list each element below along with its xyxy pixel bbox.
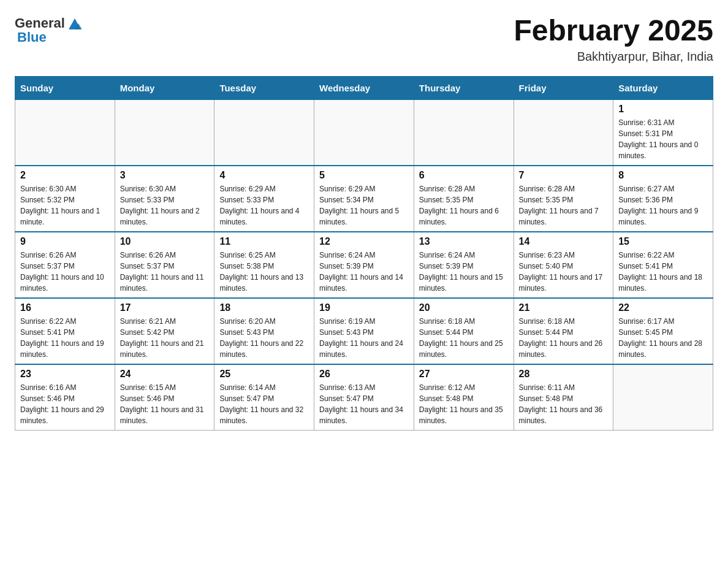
calendar-week-row: 2Sunrise: 6:30 AMSunset: 5:32 PMDaylight… — [15, 166, 713, 232]
day-info: Sunrise: 6:17 AMSunset: 5:45 PMDaylight:… — [618, 316, 708, 360]
day-number: 11 — [219, 236, 309, 247]
day-info: Sunrise: 6:22 AMSunset: 5:41 PMDaylight:… — [618, 250, 708, 294]
calendar-cell: 13Sunrise: 6:24 AMSunset: 5:39 PMDayligh… — [414, 232, 514, 298]
logo-icon — [66, 15, 83, 32]
day-info: Sunrise: 6:28 AMSunset: 5:35 PMDaylight:… — [519, 183, 609, 228]
day-info: Sunrise: 6:31 AMSunset: 5:31 PMDaylight:… — [618, 117, 708, 161]
calendar-cell — [214, 99, 314, 166]
day-info: Sunrise: 6:30 AMSunset: 5:33 PMDaylight:… — [120, 183, 210, 228]
header-friday: Friday — [514, 76, 613, 99]
calendar-week-row: 1Sunrise: 6:31 AMSunset: 5:31 PMDaylight… — [15, 99, 713, 166]
calendar-cell: 16Sunrise: 6:22 AMSunset: 5:41 PMDayligh… — [15, 298, 115, 364]
day-info: Sunrise: 6:16 AMSunset: 5:46 PMDaylight:… — [20, 382, 110, 426]
month-title: February 2025 — [514, 15, 713, 47]
day-info: Sunrise: 6:22 AMSunset: 5:41 PMDaylight:… — [20, 316, 110, 360]
calendar-cell: 19Sunrise: 6:19 AMSunset: 5:43 PMDayligh… — [314, 298, 414, 364]
calendar-cell: 21Sunrise: 6:18 AMSunset: 5:44 PMDayligh… — [514, 298, 613, 364]
calendar-cell: 7Sunrise: 6:28 AMSunset: 5:35 PMDaylight… — [514, 166, 613, 232]
calendar-cell: 3Sunrise: 6:30 AMSunset: 5:33 PMDaylight… — [115, 166, 214, 232]
logo: General Blue — [15, 15, 83, 45]
calendar-cell: 8Sunrise: 6:27 AMSunset: 5:36 PMDaylight… — [613, 166, 713, 232]
day-info: Sunrise: 6:18 AMSunset: 5:44 PMDaylight:… — [519, 316, 609, 360]
calendar-cell: 2Sunrise: 6:30 AMSunset: 5:32 PMDaylight… — [15, 166, 115, 232]
day-number: 14 — [519, 236, 609, 247]
calendar-cell — [15, 99, 115, 166]
day-number: 16 — [20, 302, 110, 313]
day-number: 15 — [618, 236, 708, 247]
day-info: Sunrise: 6:25 AMSunset: 5:38 PMDaylight:… — [219, 250, 309, 294]
calendar-cell: 1Sunrise: 6:31 AMSunset: 5:31 PMDaylight… — [613, 99, 713, 166]
calendar-cell: 22Sunrise: 6:17 AMSunset: 5:45 PMDayligh… — [613, 298, 713, 364]
day-number: 21 — [519, 302, 609, 313]
calendar-week-row: 9Sunrise: 6:26 AMSunset: 5:37 PMDaylight… — [15, 232, 713, 298]
day-number: 18 — [219, 302, 309, 313]
day-info: Sunrise: 6:15 AMSunset: 5:46 PMDaylight:… — [120, 382, 210, 426]
weekday-header-row: Sunday Monday Tuesday Wednesday Thursday… — [15, 76, 713, 99]
calendar-cell: 23Sunrise: 6:16 AMSunset: 5:46 PMDayligh… — [15, 364, 115, 431]
calendar-week-row: 16Sunrise: 6:22 AMSunset: 5:41 PMDayligh… — [15, 298, 713, 364]
day-number: 6 — [419, 170, 509, 181]
location: Bakhtiyarpur, Bihar, India — [514, 50, 713, 64]
day-number: 13 — [419, 236, 509, 247]
day-number: 5 — [319, 170, 409, 181]
calendar-cell — [613, 364, 713, 431]
calendar-cell: 20Sunrise: 6:18 AMSunset: 5:44 PMDayligh… — [414, 298, 514, 364]
day-number: 12 — [319, 236, 409, 247]
calendar-cell: 10Sunrise: 6:26 AMSunset: 5:37 PMDayligh… — [115, 232, 214, 298]
calendar-cell: 9Sunrise: 6:26 AMSunset: 5:37 PMDaylight… — [15, 232, 115, 298]
day-number: 27 — [419, 369, 509, 380]
calendar-cell — [414, 99, 514, 166]
header-tuesday: Tuesday — [214, 76, 314, 99]
calendar-cell: 18Sunrise: 6:20 AMSunset: 5:43 PMDayligh… — [214, 298, 314, 364]
day-info: Sunrise: 6:23 AMSunset: 5:40 PMDaylight:… — [519, 250, 609, 294]
day-info: Sunrise: 6:11 AMSunset: 5:48 PMDaylight:… — [519, 382, 609, 426]
page-header: General Blue February 2025 Bakhtiyarpur,… — [15, 15, 713, 64]
day-info: Sunrise: 6:29 AMSunset: 5:34 PMDaylight:… — [319, 183, 409, 228]
day-info: Sunrise: 6:18 AMSunset: 5:44 PMDaylight:… — [419, 316, 509, 360]
day-info: Sunrise: 6:24 AMSunset: 5:39 PMDaylight:… — [419, 250, 509, 294]
calendar-cell: 5Sunrise: 6:29 AMSunset: 5:34 PMDaylight… — [314, 166, 414, 232]
calendar-cell: 14Sunrise: 6:23 AMSunset: 5:40 PMDayligh… — [514, 232, 613, 298]
calendar-cell: 17Sunrise: 6:21 AMSunset: 5:42 PMDayligh… — [115, 298, 214, 364]
calendar-cell — [514, 99, 613, 166]
day-number: 22 — [618, 302, 708, 313]
calendar-cell: 12Sunrise: 6:24 AMSunset: 5:39 PMDayligh… — [314, 232, 414, 298]
day-number: 1 — [618, 104, 708, 115]
day-number: 8 — [618, 170, 708, 181]
header-sunday: Sunday — [15, 76, 115, 99]
day-number: 7 — [519, 170, 609, 181]
calendar-cell: 26Sunrise: 6:13 AMSunset: 5:47 PMDayligh… — [314, 364, 414, 431]
day-number: 10 — [120, 236, 210, 247]
calendar-cell — [115, 99, 214, 166]
calendar-cell: 4Sunrise: 6:29 AMSunset: 5:33 PMDaylight… — [214, 166, 314, 232]
title-block: February 2025 Bakhtiyarpur, Bihar, India — [514, 15, 713, 64]
calendar-cell: 15Sunrise: 6:22 AMSunset: 5:41 PMDayligh… — [613, 232, 713, 298]
day-number: 23 — [20, 369, 110, 380]
day-info: Sunrise: 6:24 AMSunset: 5:39 PMDaylight:… — [319, 250, 409, 294]
day-number: 20 — [419, 302, 509, 313]
day-info: Sunrise: 6:26 AMSunset: 5:37 PMDaylight:… — [120, 250, 210, 294]
day-info: Sunrise: 6:14 AMSunset: 5:47 PMDaylight:… — [219, 382, 309, 426]
header-wednesday: Wednesday — [314, 76, 414, 99]
calendar-cell: 11Sunrise: 6:25 AMSunset: 5:38 PMDayligh… — [214, 232, 314, 298]
header-saturday: Saturday — [613, 76, 713, 99]
day-info: Sunrise: 6:19 AMSunset: 5:43 PMDaylight:… — [319, 316, 409, 360]
day-number: 24 — [120, 369, 210, 380]
logo-blue: Blue — [17, 29, 47, 45]
day-number: 25 — [219, 369, 309, 380]
day-info: Sunrise: 6:21 AMSunset: 5:42 PMDaylight:… — [120, 316, 210, 360]
day-info: Sunrise: 6:20 AMSunset: 5:43 PMDaylight:… — [219, 316, 309, 360]
day-info: Sunrise: 6:30 AMSunset: 5:32 PMDaylight:… — [20, 183, 110, 228]
day-info: Sunrise: 6:12 AMSunset: 5:48 PMDaylight:… — [419, 382, 509, 426]
calendar-week-row: 23Sunrise: 6:16 AMSunset: 5:46 PMDayligh… — [15, 364, 713, 431]
day-number: 4 — [219, 170, 309, 181]
calendar-cell: 25Sunrise: 6:14 AMSunset: 5:47 PMDayligh… — [214, 364, 314, 431]
day-number: 9 — [20, 236, 110, 247]
day-info: Sunrise: 6:26 AMSunset: 5:37 PMDaylight:… — [20, 250, 110, 294]
calendar-table: Sunday Monday Tuesday Wednesday Thursday… — [15, 76, 713, 431]
calendar-cell: 6Sunrise: 6:28 AMSunset: 5:35 PMDaylight… — [414, 166, 514, 232]
day-info: Sunrise: 6:28 AMSunset: 5:35 PMDaylight:… — [419, 183, 509, 228]
day-info: Sunrise: 6:29 AMSunset: 5:33 PMDaylight:… — [219, 183, 309, 228]
day-number: 3 — [120, 170, 210, 181]
header-monday: Monday — [115, 76, 214, 99]
